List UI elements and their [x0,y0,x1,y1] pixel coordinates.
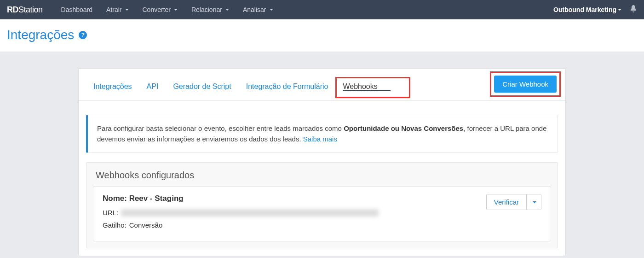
webhook-name-label: Nome: [103,194,129,203]
user-menu[interactable]: Outbound Marketing [553,6,621,13]
caret-down-icon [174,9,178,11]
nav-relacionar[interactable]: Relacionar [184,6,236,13]
verify-dropdown-button[interactable] [526,194,541,210]
content-panel: Integrações API Gerador de Script Integr… [78,68,566,256]
tab-integracao-formulario[interactable]: Integração de Formulário [239,77,336,98]
nav-right: Outbound Marketing [553,5,637,14]
nav-analisar-label: Analisar [243,6,266,13]
webhook-card: Nome: Reev - Staging URL: Gatilho: Conve… [93,186,551,241]
nav-dashboard[interactable]: Dashboard [54,6,100,13]
nav-dashboard-label: Dashboard [61,6,93,13]
webhook-trigger-label: Gatilho: [103,221,126,229]
info-bold: Oportunidade ou Novas Conversões [344,124,463,132]
caret-down-icon [618,9,621,11]
nav-atrair[interactable]: Atrair [99,6,135,13]
nav-items: Dashboard Atrair Converter Relacionar An… [54,6,554,13]
webhook-main: Nome: Reev - Staging URL: Gatilho: Conve… [103,194,486,234]
page-header: Integrações ? [0,19,644,52]
tab-gerador-script[interactable]: Gerador de Script [166,77,238,98]
nav-relacionar-label: Relacionar [191,6,222,13]
top-navbar: RDStation Dashboard Atrair Converter Rel… [0,0,644,19]
webhook-name-value: Reev - Staging [129,194,184,203]
caret-down-icon [225,9,229,11]
nav-atrair-label: Atrair [106,6,121,13]
tab-api[interactable]: API [139,77,166,98]
tab-row: Integrações API Gerador de Script Integr… [79,69,565,101]
info-text-before: Para configurar basta selecionar o event… [97,124,344,132]
caret-down-icon [533,201,536,203]
notifications-bell-icon[interactable] [630,5,637,14]
nav-converter[interactable]: Converter [136,6,184,13]
verify-button[interactable]: Verificar [487,194,526,210]
section-title: Webhooks configurados [86,163,558,186]
caret-down-icon [125,9,129,11]
info-link-saiba-mais[interactable]: Saiba mais [303,135,337,143]
page-title-text: Integrações [7,28,74,42]
webhook-url-value-blurred [121,209,379,217]
nav-converter-label: Converter [143,6,171,13]
info-panel: Para configurar basta selecionar o event… [86,115,558,153]
webhook-name: Nome: Reev - Staging [103,194,486,203]
tab-group: Integrações API Gerador de Script Integr… [86,77,490,98]
help-icon[interactable]: ? [79,31,87,39]
highlight-box-tab: Webhooks [335,77,410,98]
brand-bold: RD [7,5,18,14]
page-title: Integrações ? [7,28,637,42]
webhooks-section: Webhooks configurados Nome: Reev - Stagi… [86,162,558,248]
create-webhook-button[interactable]: Criar Webhook [494,76,557,93]
brand-light: Station [18,5,43,14]
webhook-url-label: URL: [103,209,118,217]
user-name: Outbound Marketing [553,6,616,13]
verify-button-group: Verificar [486,194,541,210]
brand-logo[interactable]: RDStation [7,5,43,15]
webhook-trigger-value: Conversão [129,221,163,229]
tab-integracoes[interactable]: Integrações [86,77,139,98]
webhook-trigger-line: Gatilho: Conversão [103,221,486,229]
nav-analisar[interactable]: Analisar [236,6,280,13]
webhook-url-line: URL: [103,209,486,217]
highlight-box-button: Criar Webhook [490,71,561,97]
tab-webhooks[interactable]: Webhooks [343,82,390,91]
caret-down-icon [270,9,273,11]
webhook-row: Nome: Reev - Staging URL: Gatilho: Conve… [103,194,541,234]
